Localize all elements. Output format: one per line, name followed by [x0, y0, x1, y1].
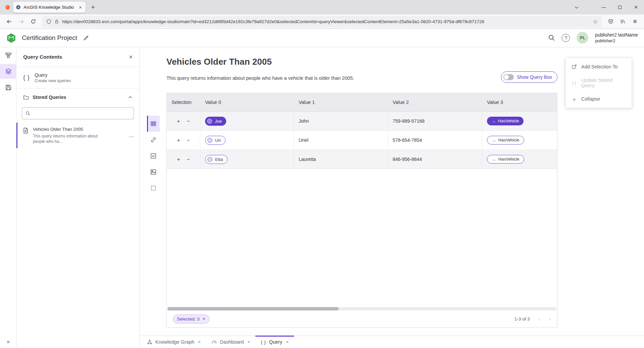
- help-icon[interactable]: ?: [562, 34, 570, 42]
- next-page-icon[interactable]: ›: [549, 316, 551, 322]
- cell-value: 578-654-7854: [393, 137, 422, 143]
- column-header-value0: Value 0: [200, 100, 294, 105]
- refresh-button[interactable]: [28, 16, 39, 27]
- tab-label: Query: [269, 339, 283, 345]
- chevron-up-icon[interactable]: [128, 95, 133, 100]
- data-model-icon[interactable]: [0, 48, 16, 63]
- new-tab-button[interactable]: +: [88, 2, 98, 13]
- dashboard-icon: [211, 339, 217, 345]
- table-empty-area: [167, 169, 557, 307]
- url-bar[interactable]: https://dev0028833.esri.com/portal/apps/…: [42, 16, 602, 27]
- entity-pill[interactable]: Etta: [205, 155, 228, 164]
- options-ellipsis-icon[interactable]: …: [129, 132, 135, 138]
- column-header-selection: Selection: [167, 100, 200, 105]
- map-view-icon[interactable]: [147, 164, 160, 180]
- tracking-shield-icon[interactable]: [46, 19, 51, 24]
- user-username: publisher2: [595, 38, 638, 44]
- knowledge-graph-icon: [147, 339, 152, 345]
- tab-dashboard[interactable]: Dashboard ×: [206, 336, 255, 348]
- forward-button[interactable]: [15, 16, 27, 27]
- library-icon[interactable]: [617, 16, 629, 27]
- new-query-item[interactable]: { } Query Create new queries: [16, 67, 139, 89]
- table-row[interactable]: + − Etta Lauretta 846-956-8644 →: [167, 150, 557, 169]
- url-text[interactable]: https://dev0028833.esri.com/portal/apps/…: [62, 19, 590, 24]
- selected-count-chip[interactable]: Selected: 3 ×: [173, 314, 209, 324]
- previous-page-icon[interactable]: ‹: [539, 316, 541, 322]
- add-to-selection-button[interactable]: +: [177, 157, 180, 162]
- entity-pill[interactable]: Uri: [205, 136, 226, 145]
- menu-item-update-stored-query[interactable]: { } Update Stored Query: [566, 75, 632, 91]
- stored-query-description: This query returns information about peo…: [33, 133, 104, 144]
- add-to-selection-button[interactable]: +: [177, 137, 180, 143]
- horizontal-scrollbar-thumb[interactable]: [167, 307, 339, 310]
- close-tab-icon[interactable]: ×: [286, 339, 289, 345]
- stored-query-item[interactable]: Vehicles Older Than 2005 This query retu…: [16, 123, 139, 148]
- entity-pill[interactable]: Joe: [205, 117, 226, 126]
- tab-favicon-icon: [16, 5, 21, 10]
- save-icon[interactable]: [0, 80, 16, 95]
- close-window-button[interactable]: ×: [628, 0, 644, 14]
- bookmark-star-icon[interactable]: ☆: [593, 18, 598, 25]
- chart-view-icon[interactable]: [147, 148, 160, 164]
- relationship-pill[interactable]: → HasVehicle: [487, 117, 524, 125]
- braces-icon: { }: [571, 80, 577, 85]
- table-row[interactable]: + − Joe John 759-889-57168 →: [167, 112, 557, 131]
- remove-from-selection-button[interactable]: −: [187, 118, 190, 124]
- show-query-box-toggle[interactable]: [503, 74, 514, 80]
- entity-circle-icon: [207, 157, 212, 162]
- remove-from-selection-button[interactable]: −: [187, 137, 190, 143]
- show-query-box-control[interactable]: Show Query Box: [501, 71, 557, 83]
- selection-tool-icon[interactable]: [147, 180, 160, 196]
- stored-query-title: Vehicles Older Than 2005: [33, 127, 104, 132]
- add-to-selection-button[interactable]: +: [177, 118, 180, 124]
- browser-window: ArcGIS Knowledge Studio × + — ×: [0, 0, 644, 348]
- entity-circle-icon: [207, 138, 212, 143]
- panel-close-icon[interactable]: ×: [129, 54, 133, 61]
- remove-from-selection-button[interactable]: −: [187, 157, 190, 162]
- horizontal-scrollbar[interactable]: [167, 307, 556, 310]
- options-context-menu: Add Selection To { } Update Stored Query…: [565, 58, 632, 108]
- minimize-button[interactable]: —: [596, 0, 612, 14]
- browser-tab[interactable]: ArcGIS Knowledge Studio ×: [13, 2, 86, 13]
- tab-close-icon[interactable]: ×: [78, 4, 83, 10]
- link-chart-view-icon[interactable]: [147, 132, 160, 148]
- relationship-pill[interactable]: → HasVehicle: [487, 155, 524, 164]
- lock-icon[interactable]: [54, 19, 59, 24]
- cell-value: Lauretta: [299, 157, 316, 162]
- menu-item-label: Update Stored Query: [581, 77, 626, 88]
- relationship-pill[interactable]: → HasVehicle: [487, 136, 524, 144]
- panel-header: Query Contents ×: [16, 47, 139, 67]
- close-tab-icon[interactable]: ×: [198, 339, 201, 345]
- save-to-pocket-icon[interactable]: [605, 16, 616, 27]
- arcgis-knowledge-logo: [6, 33, 16, 43]
- table-header-row: Selection Value 0 Value 1 Value 2 Value …: [167, 93, 557, 112]
- tab-query[interactable]: { } Query ×: [255, 336, 294, 348]
- back-button[interactable]: [3, 16, 15, 27]
- avatar[interactable]: PL: [577, 32, 588, 44]
- menu-item-collapse[interactable]: » Collapse: [566, 91, 632, 107]
- maximize-icon: [618, 6, 622, 9]
- maximize-button[interactable]: [612, 0, 628, 14]
- stored-queries-search[interactable]: [22, 107, 134, 119]
- search-input[interactable]: [33, 111, 130, 116]
- entity-circle-icon: [207, 119, 212, 124]
- search-icon[interactable]: [548, 34, 555, 41]
- tab-list-chevron-icon[interactable]: [571, 2, 582, 13]
- edit-title-pencil-icon[interactable]: [83, 35, 89, 41]
- tab-knowledge-graph[interactable]: Knowledge Graph ×: [142, 336, 206, 348]
- menu-item-add-selection-to[interactable]: Add Selection To: [566, 59, 632, 75]
- user-menu[interactable]: publisher2 lastName publisher2: [595, 32, 638, 44]
- menu-item-label: Collapse: [581, 96, 600, 102]
- table-view-icon[interactable]: [147, 116, 160, 132]
- tab-label: Knowledge Graph: [155, 339, 194, 345]
- layers-icon[interactable]: [0, 64, 16, 79]
- cell-value: Uriel: [299, 137, 308, 143]
- document-icon: [22, 127, 29, 144]
- close-tab-icon[interactable]: ×: [247, 339, 250, 345]
- hamburger-menu-icon[interactable]: ≡: [629, 16, 641, 27]
- stored-queries-title: Stored Queries: [33, 95, 124, 100]
- table-row[interactable]: + − Uri Uriel 578-654-7854 →: [167, 131, 557, 150]
- expand-panel-icon[interactable]: »: [0, 339, 16, 345]
- stored-queries-header[interactable]: Stored Queries: [16, 89, 139, 106]
- clear-selection-icon[interactable]: ×: [203, 316, 205, 322]
